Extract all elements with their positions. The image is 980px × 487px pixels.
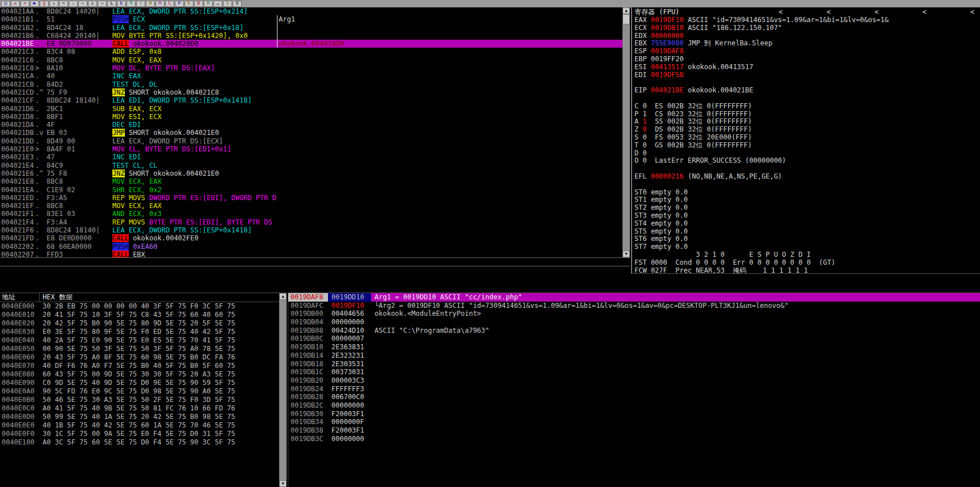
scrollbar-thumb[interactable] [623, 14, 630, 24]
scroll-down-arrow-icon[interactable]: ▼ [623, 251, 630, 257]
dump-scroll-down-arrow-icon[interactable]: ▼ [279, 480, 287, 487]
disasm-row[interactable]: 004021B6.C68424 20140|MOV BYTE PTR SS:[E… [0, 32, 623, 40]
disasm-row[interactable]: 004021D6.2BC1SUB EAX, ECX [0, 105, 623, 113]
run-trace-button[interactable]: … [213, 1, 222, 7]
disasm-row[interactable]: 004021DB.vEB 03JMP SHORT okokook.004021E… [0, 129, 623, 137]
dump-row[interactable]: 0040E04040 2A 5F 75 E0 90 5E 75 E0 E5 5E… [0, 336, 279, 345]
stack-row[interactable]: 0019DAFC0019DF10└Arg2 = 0019DF10 ASCII "… [288, 302, 980, 310]
dump-row[interactable]: 0040E0E040 1B 5F 75 40 42 5E 75 60 1A 5E… [0, 421, 279, 430]
dump-row[interactable]: 0040E0B050 46 5E 75 30 A3 5E 75 50 2F 5E… [0, 396, 279, 404]
disasm-row[interactable]: 004021CA.40INC EAX [0, 72, 623, 80]
trace-over-button[interactable]: ⇝ [78, 1, 87, 7]
stack-row[interactable]: 0019DAF80019DD10Arg1 = 0019DD10 ASCII "c… [288, 293, 980, 302]
history-chevron-icon[interactable]: < [970, 7, 974, 16]
dump-row[interactable]: 0040E05000 90 5E 75 50 3F 5E 75 50 3F 5F… [0, 345, 279, 353]
dump-row[interactable]: 0040E07040 DF F6 76 A0 F7 5E 75 B0 40 5F… [0, 362, 279, 370]
options-button[interactable]: O [233, 1, 242, 7]
stack-row[interactable]: 0019DB38F20003F1 [288, 426, 980, 435]
history-chevron-icon[interactable]: < [922, 7, 926, 16]
disasm-row[interactable]: 004021DD.8D49 00LEA ECX, DWORD PTR DS:[E… [0, 137, 623, 145]
stack-row[interactable]: 0019DB182E303531 [288, 360, 980, 369]
disasm-row[interactable]: 00402202.68 60EA0000PUSH 0xEA60 [0, 243, 623, 251]
disasm-row[interactable]: 00402207.FFD3CALL EBX [0, 251, 623, 257]
trace-into-button[interactable]: ⇣ [69, 1, 78, 7]
dump-row[interactable]: 0040E100A0 3C 5F 75 60 5E 5E 75 D0 F4 5E… [0, 438, 279, 447]
disasm-row[interactable]: 004021B2.8D4C24 18LEA ECX, DWORD PTR SS:… [0, 24, 623, 32]
stack-row[interactable]: 0019DB0000404656okokook.<ModuleEntryPoin… [288, 310, 980, 318]
dump-row[interactable]: 0040E06020 43 5F 75 A0 8F 5E 75 60 98 5E… [0, 353, 279, 362]
disasm-row[interactable]: 004021CD.^75 F9JNZ SHORT okokook.004021C… [0, 88, 623, 96]
step-into-button[interactable]: ↓ [49, 1, 58, 7]
execute-till-return-button[interactable]: ↥ [88, 1, 97, 7]
stack-row[interactable]: 0019DB340000000F [288, 418, 980, 426]
stack-row[interactable]: 0019DB24FFFFFFF3 [288, 385, 980, 393]
stack-row[interactable]: 0019DB102E363831 [288, 343, 980, 352]
disasm-row[interactable]: 004021E6.^75 F8JNZ SHORT okokook.004021E… [0, 170, 623, 177]
disasm-row[interactable]: 004021E3.47INC EDI [0, 153, 623, 161]
open-file-button[interactable]: ◫ [1, 1, 10, 7]
step-over-button[interactable]: ↷ [59, 1, 68, 7]
stack-row[interactable]: 0019DB20000003C3 [288, 376, 980, 385]
dump-row[interactable]: 0040E090C0 9D 5E 75 40 9D 5E 75 D0 9E 5E… [0, 379, 279, 387]
disasm-row[interactable]: 004021CF.8DBC24 18140|LEA EDI, DWORD PTR… [0, 96, 623, 104]
dump-row[interactable]: 0040E0F030 1C 5F 75 00 9A 5E 75 E0 F4 5E… [0, 430, 279, 438]
dump-scroll-up-arrow-icon[interactable]: ▲ [279, 293, 287, 300]
stack-row[interactable]: 0019DB142E323231 [288, 352, 980, 360]
disasm-row[interactable]: 004021C6.8BC8MOV ECX, EAX [0, 56, 623, 64]
restart-button[interactable]: ↺ [11, 1, 20, 7]
threads-window-button[interactable]: T [136, 1, 145, 7]
dump-row[interactable]: 0040E02020 42 5F 75 B0 90 5E 75 80 9D 5E… [0, 319, 279, 328]
call-stack-button[interactable]: K [184, 1, 194, 7]
dump-row[interactable]: 0040E00030 2B EB 75 00 00 00 00 40 3F 5F… [0, 302, 279, 311]
stack-row[interactable]: 0019DB2C00000000 [288, 401, 980, 410]
disasm-row[interactable]: 004021E4.84C9TEST CL, CL [0, 162, 623, 170]
disasm-scrollbar[interactable]: ▲ ▼ [623, 7, 630, 257]
scroll-up-arrow-icon[interactable]: ▲ [623, 7, 630, 14]
disasm-row[interactable]: 004021F6.8D8C24 18140|LEA ECX, DWORD PTR… [0, 226, 623, 234]
log-window-button[interactable]: L [107, 1, 116, 7]
disasm-row[interactable]: 004021C3.83C4 08ADD ESP, 0x8 [0, 48, 623, 56]
references-button[interactable]: R [204, 1, 213, 7]
breakpoints-button[interactable]: B [194, 1, 203, 7]
stack-row[interactable]: 0019DB0C00000007 [288, 334, 980, 343]
dump-row[interactable]: 0040E0D050 99 5E 75 40 1A 5E 75 20 42 5E… [0, 413, 279, 421]
disasm-row[interactable]: 004021DA.4FDEC EDI [0, 121, 623, 129]
disasm-row[interactable]: 004021ED.F3:A5REP MOVS DWORD PTR ES:[EDI… [0, 194, 623, 202]
dump-row[interactable]: 0040E0A090 5C FD 76 E0 9C 5E 75 D0 98 5E… [0, 387, 279, 396]
disasm-row[interactable]: 004021F4.F3:A4REP MOVS BYTE PTR ES:[EDI]… [0, 218, 623, 226]
disasm-row[interactable]: 004021BE.E8 0D070000CALL okokook.004028D… [0, 40, 623, 48]
stack-row[interactable]: 0019DB28006700C0 [288, 393, 980, 401]
dump-row[interactable]: 0040E030E0 3E 5F 75 80 9F 5E 75 F0 ED 5E… [0, 328, 279, 336]
disasm-row[interactable]: 004021FD.E8 DE0D0000CALL okokook.00402FE… [0, 234, 623, 242]
history-chevron-icon[interactable]: < [779, 7, 783, 16]
dump-row[interactable]: 0040E01020 41 5F 75 10 3F 5F 75 C8 43 5F… [0, 311, 279, 319]
disasm-row[interactable]: 004021D8.8BF1MOV ESI, ECX [0, 113, 623, 121]
handles-button[interactable]: H [155, 1, 165, 7]
run-button[interactable]: ▶ [30, 1, 39, 7]
go-to-address-button[interactable]: ⇒ [98, 1, 107, 7]
stack-row[interactable]: 0019DB0800424D10ASCII "C:\ProgramData\a7… [288, 327, 980, 335]
disasm-row[interactable]: 004021EF.8BC8MOV ECX, EAX [0, 202, 623, 210]
windows-button[interactable]: W [146, 1, 155, 7]
stack-row[interactable]: 0019DB30F20003F1 [288, 410, 980, 418]
stack-row[interactable]: 0019DB3C00000000 [288, 435, 980, 443]
disasm-row[interactable]: 004021EA.C1E9 02SHR ECX, 0x2 [0, 186, 623, 194]
patches-button[interactable]: P [175, 1, 184, 7]
disasm-row[interactable]: 004021E8.8BC8MOV ECX, EAX [0, 177, 623, 185]
disasm-row[interactable]: 004021C8>8A10MOV DL, BYTE PTR DS:[EAX] [0, 64, 623, 72]
executables-window-button[interactable]: E [117, 1, 126, 7]
disasm-row[interactable]: 004021F1.83E1 03AND ECX, 0x3 [0, 210, 623, 218]
dump-scrollbar[interactable]: ▲ ▼ [279, 293, 287, 487]
disasm-row[interactable]: 004021CB.84D2TEST DL, DL [0, 81, 623, 88]
history-chevron-icon[interactable]: < [826, 7, 830, 16]
close-button[interactable]: ✕ [20, 1, 30, 7]
stack-row[interactable]: 0019DB0400000000 [288, 318, 980, 327]
disasm-row[interactable]: 004021AA.8D8C24 14020|LEA ECX, DWORD PTR… [0, 7, 623, 15]
stack-row[interactable]: 0019DB1C00373031 [288, 368, 980, 376]
cpu-window-button[interactable]: C [165, 1, 174, 7]
disasm-row[interactable]: 004021B1.51PUSH ECXArg1 [0, 15, 623, 23]
dump-row[interactable]: 0040E0C0A0 41 5F 75 40 9B 5E 75 50 81 FC… [0, 404, 279, 413]
source-button[interactable]: S [223, 1, 232, 7]
disasm-row[interactable]: 004021E0>8A4F 01MOV CL, BYTE PTR DS:[EDI… [0, 145, 623, 153]
dump-row[interactable]: 0040E08060 43 5F 75 00 9D 5E 75 30 30 5F… [0, 370, 279, 379]
